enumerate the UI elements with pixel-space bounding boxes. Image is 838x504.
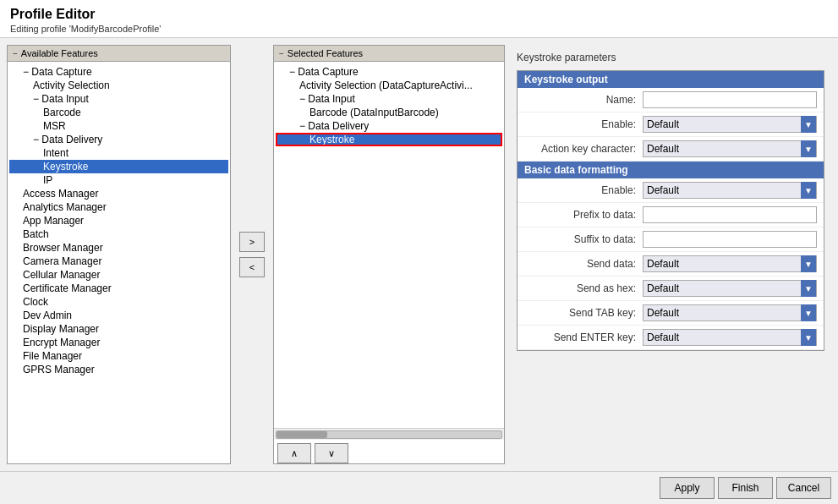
keystroke-output-header: Keystroke output	[518, 71, 824, 88]
finish-button[interactable]: Finish	[718, 477, 773, 499]
tree-item-sel-data-delivery[interactable]: − Data Delivery	[276, 119, 502, 133]
nav-controls: ∧ ∨	[274, 440, 504, 463]
keystroke-params-title: Keystroke parameters	[517, 52, 824, 63]
tree-item-browser-manager[interactable]: Browser Manager	[9, 241, 228, 255]
enable-format-select[interactable]: Default ▼	[643, 182, 817, 199]
tree-item-batch[interactable]: Batch	[9, 227, 228, 241]
tree-item-sel-barcode[interactable]: Barcode (DataInputBarcode)	[276, 106, 502, 119]
transfer-controls: > <	[236, 45, 268, 464]
send-hex-row: Send as hex: Default ▼	[518, 277, 824, 301]
move-up-button[interactable]: ∧	[277, 443, 311, 463]
tree-item-sel-keystroke[interactable]: Keystroke	[276, 133, 502, 146]
send-hex-select[interactable]: Default ▼	[643, 280, 817, 297]
tree-item-camera-manager[interactable]: Camera Manager	[9, 255, 228, 268]
remove-feature-button[interactable]: <	[239, 257, 265, 277]
send-tab-select[interactable]: Default ▼	[643, 304, 817, 321]
prefix-input[interactable]	[643, 206, 817, 223]
enable-format-row: Enable: Default ▼	[518, 178, 824, 203]
available-features-tree[interactable]: − Data CaptureActivity Selection− Data I…	[8, 62, 230, 463]
enable-output-select[interactable]: Default ▼	[643, 116, 817, 133]
basic-formatting-header: Basic data formatting	[518, 162, 824, 178]
tree-item-msr[interactable]: MSR	[9, 119, 228, 133]
send-tab-value: Default	[647, 307, 679, 319]
tree-item-app-manager[interactable]: App Manager	[9, 214, 228, 227]
tree-item-gprs-manager[interactable]: GPRS Manager	[9, 363, 228, 376]
send-data-row: Send data: Default ▼	[518, 252, 824, 277]
action-key-value: Default	[647, 143, 679, 155]
name-input[interactable]	[643, 91, 817, 108]
profile-editor-dialog: Profile Editor Editing profile 'ModifyBa…	[0, 0, 838, 504]
tree-item-sel-data-capture[interactable]: − Data Capture	[276, 65, 502, 79]
tree-item-data-input[interactable]: − Data Input	[9, 92, 228, 106]
selected-features-tree[interactable]: − Data CaptureActivity Selection (DataCa…	[274, 62, 504, 428]
send-data-value: Default	[647, 258, 679, 270]
send-data-label: Send data:	[524, 258, 643, 270]
send-enter-arrow[interactable]: ▼	[801, 329, 816, 346]
tree-item-intent[interactable]: Intent	[9, 146, 228, 160]
selected-features-panel: − Selected Features − Data CaptureActivi…	[273, 45, 505, 464]
send-tab-label: Send TAB key:	[524, 307, 643, 319]
title-bar: Profile Editor Editing profile 'ModifyBa…	[0, 0, 838, 38]
available-features-title: Available Features	[21, 48, 98, 58]
send-tab-arrow[interactable]: ▼	[801, 304, 816, 321]
cancel-button[interactable]: Cancel	[776, 477, 831, 499]
tree-item-clock[interactable]: Clock	[9, 295, 228, 309]
tree-item-sel-activity-selection[interactable]: Activity Selection (DataCaptureActivi...	[276, 79, 502, 92]
send-enter-row: Send ENTER key: Default ▼	[518, 326, 824, 350]
dialog-subtitle: Editing profile 'ModifyBarcodeProfile'	[10, 24, 828, 34]
keystroke-params-form: Keystroke output Name: Enable: Default ▼…	[517, 70, 824, 351]
send-hex-arrow[interactable]: ▼	[801, 280, 816, 297]
tree-item-analytics-manager[interactable]: Analytics Manager	[9, 200, 228, 214]
available-features-collapse[interactable]: −	[13, 49, 18, 58]
tree-item-cellular-manager[interactable]: Cellular Manager	[9, 268, 228, 282]
keystroke-params-panel: Keystroke parameters Keystroke output Na…	[510, 45, 831, 464]
send-hex-value: Default	[647, 282, 679, 294]
tree-item-access-manager[interactable]: Access Manager	[9, 187, 228, 200]
tree-item-barcode[interactable]: Barcode	[9, 106, 228, 119]
suffix-label: Suffix to data:	[524, 233, 643, 245]
selected-features-title: Selected Features	[288, 48, 363, 58]
enable-output-row: Enable: Default ▼	[518, 112, 824, 137]
enable-output-label: Enable:	[524, 118, 643, 130]
enable-format-arrow[interactable]: ▼	[801, 182, 816, 199]
apply-button[interactable]: Apply	[660, 477, 715, 499]
tree-item-data-capture[interactable]: − Data Capture	[9, 65, 228, 79]
send-enter-select[interactable]: Default ▼	[643, 329, 817, 346]
selected-features-collapse[interactable]: −	[279, 49, 284, 58]
suffix-row: Suffix to data:	[518, 227, 824, 252]
add-feature-button[interactable]: >	[239, 232, 265, 252]
move-down-button[interactable]: ∨	[315, 443, 348, 463]
selected-scrollbar[interactable]	[274, 428, 504, 440]
tree-item-encrypt-manager[interactable]: Encrypt Manager	[9, 336, 228, 349]
enable-format-value: Default	[647, 184, 679, 196]
send-enter-value: Default	[647, 331, 679, 343]
tree-item-sel-data-input[interactable]: − Data Input	[276, 92, 502, 106]
tree-item-activity-selection[interactable]: Activity Selection	[9, 79, 228, 92]
tree-item-ip[interactable]: IP	[9, 173, 228, 187]
action-key-arrow[interactable]: ▼	[801, 140, 816, 157]
suffix-input[interactable]	[643, 231, 817, 248]
tree-item-data-delivery[interactable]: − Data Delivery	[9, 133, 228, 146]
send-data-select[interactable]: Default ▼	[643, 255, 817, 272]
tree-item-dev-admin[interactable]: Dev Admin	[9, 309, 228, 322]
content-area: − Available Features − Data CaptureActiv…	[0, 38, 838, 471]
prefix-row: Prefix to data:	[518, 203, 824, 227]
action-key-select[interactable]: Default ▼	[643, 140, 817, 157]
enable-output-value: Default	[647, 118, 679, 130]
send-tab-row: Send TAB key: Default ▼	[518, 301, 824, 326]
available-features-panel: − Available Features − Data CaptureActiv…	[7, 45, 231, 464]
tree-item-certificate-manager[interactable]: Certificate Manager	[9, 282, 228, 295]
enable-output-arrow[interactable]: ▼	[801, 116, 816, 133]
name-row: Name:	[518, 88, 824, 112]
name-label: Name:	[524, 94, 643, 106]
bottom-controls: Apply Finish Cancel	[0, 471, 838, 504]
tree-item-display-manager[interactable]: Display Manager	[9, 322, 228, 336]
send-enter-label: Send ENTER key:	[524, 331, 643, 343]
action-key-row: Action key character: Default ▼	[518, 137, 824, 162]
send-hex-label: Send as hex:	[524, 282, 643, 294]
send-data-arrow[interactable]: ▼	[801, 255, 816, 272]
tree-item-keystroke[interactable]: Keystroke	[9, 160, 228, 173]
tree-item-file-manager[interactable]: File Manager	[9, 349, 228, 363]
enable-format-label: Enable:	[524, 184, 643, 196]
dialog-title: Profile Editor	[10, 7, 828, 22]
